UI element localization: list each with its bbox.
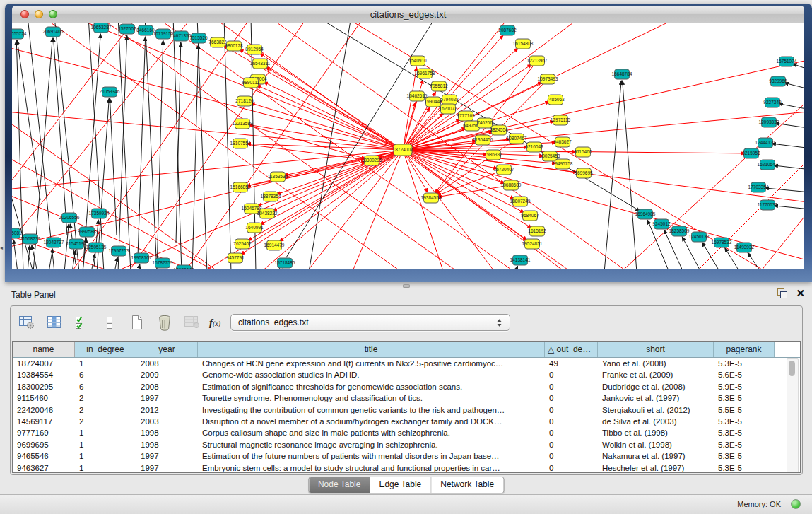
table-cell: Structural magnetic resonance image aver… [198,439,545,450]
deselect-rows-icon [104,315,115,330]
graph-node-label: 12042737 [44,240,64,245]
column-header-title[interactable]: title [198,342,545,357]
network-canvas[interactable]: 1872400776638229860128891295416543311234… [12,23,804,269]
chevron-up-down-icon [495,317,504,328]
table-row[interactable]: 969969511998Structural magnetic resonanc… [13,439,800,450]
graph-node-label: 12505135 [86,245,107,250]
zoom-window-button[interactable] [49,10,57,18]
table-cell: 0 [545,369,598,380]
graph-node-label: 7663822 [208,40,227,45]
table-cell: 9465546 [13,450,75,462]
table-row[interactable]: 1830029562008Estimation of significance … [13,381,800,392]
table-row[interactable]: 977716911998Corpus callosum shape and si… [13,427,800,438]
table-cell: 1997 [136,462,198,473]
table-cell: 0 [545,404,598,416]
table-cell: 6 [75,381,136,392]
column-header-out_de[interactable]: △ out_de… [545,342,598,357]
table-cell: 5.3E-5 [714,450,775,462]
status-bar: Memory: OK [0,494,812,514]
minimize-window-button[interactable] [35,10,43,18]
table-cell: 1998 [136,439,198,450]
graph-node-label: 15751074 [777,59,797,64]
graph-node-label: 16648784 [612,71,632,76]
column-header-in_degree[interactable]: in_degree [75,342,136,357]
table-cell: 22420046 [13,404,75,416]
table-cell: 5.3E-5 [714,416,775,427]
graph-node-label: 16543311 [250,61,271,66]
table-selector-dropdown[interactable]: citations_edges.txt [230,314,510,331]
table-cell: 5.3E-5 [714,392,775,404]
table-row[interactable]: 2242004622012Investigating the contribut… [13,404,800,416]
graph-node-label: 1640991 [245,225,264,230]
column-header-short[interactable]: short [598,342,714,357]
table-panel-body: f(x) citations_edges.txt namein_degreeye… [10,305,803,475]
collapse-panel-arrow-icon[interactable]: ◂ [0,245,3,251]
tab-edge-table[interactable]: Edge Table [370,477,430,493]
table-row[interactable]: 1938455462009Genome-wide association stu… [13,369,800,380]
table-cell: 9777169 [13,427,75,438]
graph-node-label: 12444131 [755,140,776,145]
float-window-icon[interactable] [777,288,787,298]
graph-node-label: 9457791 [226,255,245,260]
table-row[interactable]: 946554611997Estimation of the future num… [13,450,800,462]
table-cell: Estimation of the future numbers of pati… [198,450,545,462]
table-cell: 2 [75,416,136,427]
graph-node-label: 10807467 [507,136,527,141]
table-settings-button[interactable] [16,312,37,333]
graph-node-label: 8466160 [136,28,155,33]
tab-node-table[interactable]: Node Table [309,477,370,493]
select-rows-icon [74,315,90,330]
trash-icon [157,314,172,331]
graph-node-label: 15046788 [242,206,262,211]
table-vertical-scrollbar[interactable] [787,358,799,473]
close-icon[interactable]: ✕ [796,288,805,298]
graph-node-label: 19495758 [553,161,573,166]
column-header-year[interactable]: year [136,342,198,357]
select-rows-button[interactable] [71,312,93,333]
graph-node-label: 12975115 [551,117,571,122]
table-cell: 0 [545,427,598,438]
column-header-pagerank[interactable]: pagerank [714,342,775,357]
table-cell: Estimation of significance thresholds fo… [198,381,545,392]
new-table-button[interactable] [126,312,148,333]
select-column-button[interactable] [44,312,65,333]
graph-node-label: 10438222 [257,211,278,216]
graph-node-label: 12450132 [689,234,710,239]
graph-node-label: 18878354 [261,194,281,199]
table-cell: 9115460 [13,392,75,404]
table-cell: 2008 [136,358,198,369]
scrollbar-thumb[interactable] [789,361,795,376]
graph-node-label: 18258509 [669,228,690,233]
tab-network-table[interactable]: Network Table [430,477,503,493]
memory-indicator-icon[interactable] [791,499,801,509]
graph-node-label: 12093832 [759,119,779,124]
column-header-name[interactable]: name [13,342,75,357]
table-row[interactable]: 1872400712008Changes of HCN gene express… [13,358,800,369]
graph-node-label: 1615192 [528,228,546,233]
table-row[interactable]: 911546021997Tourette syndrome. Phenomeno… [13,392,800,404]
select-column-icon [47,315,62,330]
table-cell: 18300295 [13,381,75,392]
function-builder-button[interactable]: f(x) [209,317,220,329]
graph-node-label: 19384554 [421,195,442,200]
graph-node-label: 7485063 [546,97,565,102]
table-cell: 2 [75,404,136,416]
close-window-button[interactable] [20,10,29,18]
table-cell: 18724007 [13,358,75,369]
new-table-icon [129,314,145,331]
graph-node-label: 2087682 [498,28,517,33]
table-cell: 2009 [136,369,198,380]
table-cell: 1 [75,439,136,450]
table-cell: Changes of HCN gene expression and I(f) … [198,358,545,369]
table-row[interactable]: 1456911722003Disruption of a novel membe… [13,416,800,427]
table-cell: 2003 [136,416,198,427]
deselect-rows-button[interactable] [99,312,120,333]
delete-table-button[interactable] [154,312,175,333]
import-table-button[interactable] [182,312,203,333]
graph-node-label: 17957253 [109,248,129,253]
table-row[interactable]: 946362711997Embryonic stem cells: a mode… [13,462,800,473]
table-cell: Tibbo et al. (1998) [598,427,714,438]
window-titlebar[interactable]: citations_edges.txt [12,6,804,23]
graph-node-label: 8215958 [742,151,760,156]
graph-node-label: 18724007 [393,147,413,152]
